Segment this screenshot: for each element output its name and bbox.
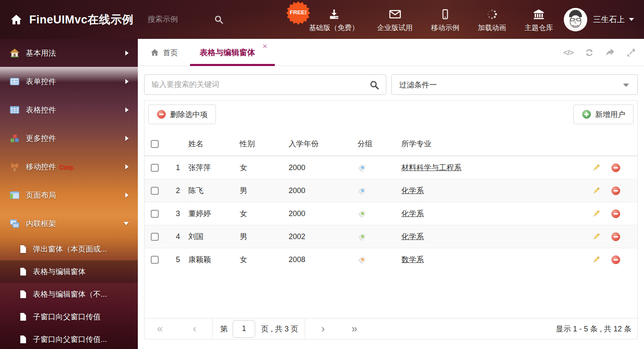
tab-home[interactable]: 首页	[150, 39, 178, 66]
delete-row-icon[interactable]	[611, 232, 621, 242]
sidebar-item-basic-usage[interactable]: 基本用法	[0, 39, 138, 67]
edit-icon[interactable]	[591, 255, 601, 265]
search-icon[interactable]	[369, 80, 380, 90]
page-number-input[interactable]	[233, 320, 255, 338]
nav-enterprise-trial[interactable]: 企业版试用	[368, 6, 422, 33]
add-user-label: 新增用户	[595, 110, 625, 120]
header-nav: 基础版（免费） 企业版试用 移动示例 加载动画 主题仓库	[300, 0, 562, 39]
view-source-icon[interactable]: </>	[563, 47, 574, 58]
sidebar-item-label: 表单控件	[26, 76, 56, 87]
major-link[interactable]: 化学系	[401, 232, 424, 241]
header-group[interactable]: 分组	[357, 139, 401, 149]
grid-panel: 删除选中项 新增用户 姓名 性别 入学年份 分组 所学专业 1 张萍萍	[144, 100, 638, 339]
row-checkbox[interactable]	[151, 164, 159, 172]
tab-close-icon[interactable]: ✕	[262, 43, 268, 49]
envelope-icon	[388, 6, 402, 20]
table-row[interactable]: 1 张萍萍 女 2000 材料科学与工程系	[145, 156, 637, 179]
cell-gender: 女	[240, 255, 289, 265]
cubes-icon	[9, 133, 20, 144]
header-search-input[interactable]	[148, 15, 210, 24]
open-in-new-icon[interactable]	[605, 47, 616, 58]
major-link[interactable]: 材料科学与工程系	[401, 163, 461, 172]
sidebar-subitem-child-to-parent-2[interactable]: 子窗口向父窗口传值...	[0, 328, 138, 349]
cell-year: 2000	[289, 186, 357, 195]
delete-row-icon[interactable]	[611, 209, 621, 219]
tab-home-label: 首页	[163, 48, 178, 58]
layout-icon	[9, 190, 20, 201]
page-icon	[18, 290, 28, 299]
user-menu[interactable]: 三生石上	[564, 0, 634, 39]
row-checkbox[interactable]	[151, 233, 159, 241]
nav-label: 加载动画	[478, 23, 506, 33]
sidebar-item-label: 内联框架	[26, 219, 56, 229]
sidebar-item-mobile-controls[interactable]: 移动控件 Corp.	[0, 153, 138, 181]
row-checkbox[interactable]	[151, 256, 159, 264]
keyword-search-input[interactable]	[145, 75, 386, 94]
chevron-down-icon	[124, 222, 129, 225]
pager-divider	[305, 318, 305, 339]
prev-page-button[interactable]: ‹	[193, 324, 196, 334]
pager-divider	[212, 318, 213, 339]
tag-blue-icon	[357, 186, 367, 196]
chevron-right-icon	[125, 51, 129, 56]
delete-selected-button[interactable]: 删除选中项	[148, 104, 216, 124]
tag-blue-icon	[357, 163, 367, 173]
major-link[interactable]: 化学系	[401, 209, 424, 218]
nav-label: 主题仓库	[525, 23, 553, 33]
major-link[interactable]: 数学系	[401, 255, 424, 264]
next-page-button[interactable]: ›	[321, 324, 325, 334]
header-name[interactable]: 姓名	[188, 139, 240, 149]
edit-icon[interactable]	[591, 232, 601, 242]
first-page-button[interactable]: «	[157, 324, 163, 334]
row-checkbox[interactable]	[151, 210, 159, 218]
delete-row-icon[interactable]	[611, 163, 621, 173]
table-row[interactable]: 2 陈飞 男 2000 化学系	[145, 179, 637, 202]
cell-gender: 女	[240, 209, 289, 219]
sidebar-item-more-controls[interactable]: 更多控件	[0, 124, 138, 153]
edit-icon[interactable]	[591, 209, 601, 219]
tab-grid-edit-window[interactable]: 表格与编辑窗体 ✕	[190, 39, 275, 66]
major-link[interactable]: 化学系	[401, 186, 424, 195]
sidebar-item-form-controls[interactable]: 表单控件	[0, 67, 138, 96]
edit-icon[interactable]	[591, 163, 601, 173]
sidebar-item-grid-controls[interactable]: 表格控件	[0, 96, 138, 124]
header-search-icon[interactable]	[214, 15, 224, 25]
cell-gender: 女	[240, 163, 289, 173]
fullscreen-icon[interactable]	[626, 47, 636, 58]
delete-row-icon[interactable]	[611, 186, 621, 196]
cell-gender: 男	[240, 232, 289, 242]
sidebar-subitem-grid-edit-window[interactable]: 表格与编辑窗体	[0, 260, 138, 283]
filter-dropdown[interactable]: 过滤条件一	[391, 74, 638, 95]
sidebar-item-label: 更多控件	[26, 133, 56, 143]
house-icon	[9, 48, 20, 59]
edit-icon[interactable]	[591, 186, 601, 196]
form-icon	[9, 76, 20, 87]
last-page-button[interactable]: »	[352, 324, 357, 334]
select-all-checkbox[interactable]	[151, 140, 159, 148]
table-row[interactable]: 3 董婷婷 女 2000 化学系	[145, 202, 637, 225]
delete-row-icon[interactable]	[611, 255, 621, 265]
table-row[interactable]: 5 康颖颖 女 2008 数学系	[145, 248, 637, 271]
header-gender[interactable]: 性别	[240, 139, 289, 149]
header-year[interactable]: 入学年份	[289, 139, 357, 149]
corp-badge: Corp.	[59, 163, 75, 171]
sidebar-subitem-child-to-parent[interactable]: 子窗口向父窗口传值	[0, 306, 138, 328]
table-row[interactable]: 4 刘国 男 2002 化学系	[145, 225, 637, 248]
header-major[interactable]: 所学专业	[401, 139, 591, 149]
nav-loading-animation[interactable]: 加载动画	[469, 6, 515, 33]
refresh-icon[interactable]	[584, 47, 595, 58]
sidebar-subitem-popup-window[interactable]: 弹出窗体（本页面或...	[0, 238, 138, 260]
nav-mobile-demo[interactable]: 移动示例	[422, 6, 469, 33]
bank-icon	[532, 6, 545, 20]
header-search	[148, 15, 224, 25]
sidebar-item-iframe[interactable]: 内联框架	[0, 209, 138, 238]
add-user-button[interactable]: 新增用户	[573, 104, 634, 124]
sidebar-item-page-layout[interactable]: 页面布局	[0, 181, 138, 209]
sidebar-subitem-grid-edit-window-2[interactable]: 表格与编辑窗体（不...	[0, 283, 138, 306]
tab-active-underline	[190, 64, 275, 66]
row-index: 4	[167, 232, 188, 241]
nav-theme-repo[interactable]: 主题仓库	[515, 6, 562, 33]
brand-home-icon[interactable]	[10, 13, 23, 26]
row-checkbox[interactable]	[151, 187, 159, 195]
cell-year: 2002	[289, 232, 357, 241]
